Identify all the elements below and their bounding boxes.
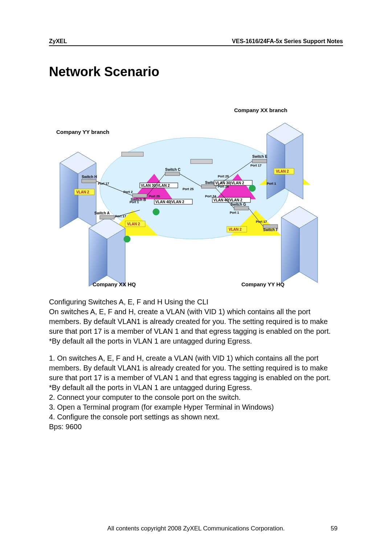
vlan2-f: VLAN 2 xyxy=(229,227,242,231)
rack-switch-2 xyxy=(191,159,212,164)
vlan40-2-b: VLAN 40|VLAN 2 xyxy=(155,200,184,204)
header-series: VES-1616/24FA-5x Series Support Notes xyxy=(232,38,343,45)
bps-line: Bps: 9600 xyxy=(49,422,343,432)
vlan2-e: VLAN 2 xyxy=(276,169,289,173)
label-switch-a: Switch A xyxy=(94,211,110,215)
status-green-1 xyxy=(153,209,159,215)
port1-g: Port 1 xyxy=(230,211,239,214)
switch-e-icon xyxy=(252,159,267,163)
port17-f: Port 17 xyxy=(256,220,267,223)
port2-b: Port 2 xyxy=(123,190,133,194)
intro-para: On switches A, E, F and H, create a VLAN… xyxy=(49,307,343,336)
switch-a-icon xyxy=(100,216,114,219)
port25-b: Port 25 xyxy=(149,194,160,198)
switch-c-icon xyxy=(165,172,180,176)
label-yy-branch: Company YY branch xyxy=(56,129,109,135)
body-text: Configuring Switches A, E, F and H Using… xyxy=(49,297,343,432)
building-yy-hq xyxy=(281,206,318,283)
label-switch-h: Switch H xyxy=(82,175,97,179)
page-header: ZyXEL VES-1616/24FA-5x Series Support No… xyxy=(49,38,343,46)
step-1-note: *By default all the ports in VLAN 1 are … xyxy=(49,383,343,393)
switch-d-icon xyxy=(201,185,216,188)
step-1: 1. On switches A, E, F and H, create a V… xyxy=(49,353,343,383)
building-xx-branch xyxy=(267,123,303,199)
page-title: Network Scenario xyxy=(49,64,343,79)
port25-c: Port 25 xyxy=(183,187,194,191)
document-page: ZyXEL VES-1616/24FA-5x Series Support No… xyxy=(0,0,392,554)
rack-switch-1 xyxy=(122,152,143,156)
port1-b: Port 1 xyxy=(130,200,139,204)
port1-e: Port 1 xyxy=(267,182,276,185)
intro-note: *By default all the ports in VLAN 1 are … xyxy=(49,336,343,346)
vlan30-2-d: VLAN 30|VLAN 2 xyxy=(215,181,244,185)
label-switch-f: Switch F xyxy=(263,228,278,232)
label-yy-hq: Company YY HQ xyxy=(241,281,285,287)
label-xx-branch: Company XX branch xyxy=(234,107,287,113)
status-green-3 xyxy=(124,236,130,242)
label-xx-hq: Company XX HQ xyxy=(93,281,136,287)
label-switch-g: Switch G xyxy=(230,202,246,206)
page-number: 59 xyxy=(331,525,338,532)
port17-e: Port 17 xyxy=(250,164,262,167)
status-green-2 xyxy=(249,185,256,192)
network-diagram: Company YY branch Company XX HQ Company … xyxy=(49,90,343,290)
label-switch-e: Switch E xyxy=(252,155,268,159)
switch-g-icon xyxy=(234,206,249,210)
step-4: 4. Configure the console port settings a… xyxy=(49,412,343,422)
switch-b-icon xyxy=(132,194,147,197)
intro-heading: Configuring Switches A, E, F and H Using… xyxy=(49,297,343,307)
vlan2-h: VLAN 2 xyxy=(76,190,89,194)
label-switch-c: Switch C xyxy=(165,168,180,172)
step-3: 3. Open a Terminal program (for example … xyxy=(49,402,343,412)
header-brand: ZyXEL xyxy=(49,38,67,45)
port25-d: Port 25 xyxy=(218,175,229,178)
switch-h-icon xyxy=(82,179,96,183)
vlan2-a: VLAN 2 xyxy=(127,222,140,226)
step-2: 2. Connect your computer to the console … xyxy=(49,393,343,402)
building-xx-hq xyxy=(89,217,125,286)
port17-a: Port 17 xyxy=(115,214,126,218)
